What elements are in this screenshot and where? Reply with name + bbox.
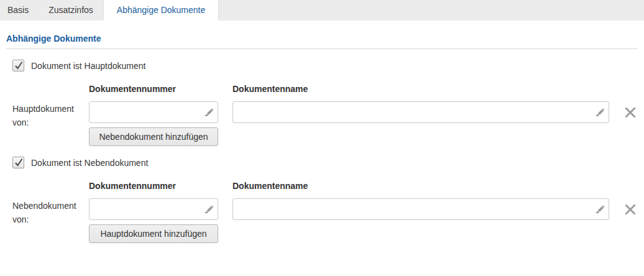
checkmark-icon: [14, 61, 24, 71]
x-remove-icon: [624, 106, 637, 119]
column-header-dokumentenname: Dokumentenname: [232, 84, 609, 101]
tab-abhaengige-dokumente[interactable]: Abhängige Dokumente: [103, 0, 219, 21]
dokumentennummer-field-wrap: [89, 198, 218, 220]
row-label-nebendokument-von: Nebendokument von:: [12, 198, 89, 243]
tab-content: Abhängige Dokumente Dokument ist Hauptdo…: [0, 21, 644, 243]
hauptdokument-checkbox[interactable]: [12, 60, 24, 71]
nebendokument-checkbox[interactable]: [12, 157, 24, 168]
checkbox-label: Dokument ist Nebendokument: [31, 158, 148, 168]
nebendokument-form-grid: Dokumentennummer Dokumentenname Nebendok…: [12, 181, 638, 243]
tab-zusatzinfos[interactable]: Zusatzinfos: [39, 0, 103, 21]
checkbox-label: Dokument ist Hauptdokument: [31, 61, 145, 71]
dependent-documents-panel: Basis Zusatzinfos Abhängige Dokumente Ab…: [0, 0, 644, 243]
dokumentenname-input[interactable]: [232, 198, 609, 220]
dokumentennummer-field-wrap: [89, 101, 218, 123]
tab-bar: Basis Zusatzinfos Abhängige Dokumente: [0, 0, 644, 21]
page-title: Abhängige Dokumente: [6, 33, 638, 49]
column-header-dokumentennummer: Dokumentennummer: [89, 84, 218, 101]
dokumentenname-field-wrap: [232, 198, 609, 220]
add-nebendokument-button[interactable]: Nebendokument hinzufügen: [89, 127, 218, 146]
hauptdokument-form-grid: Dokumentennummer Dokumentenname Hauptdok…: [12, 84, 638, 146]
edit-pencil-icon: [596, 108, 605, 117]
checkmark-icon: [14, 158, 24, 168]
column-header-dokumentenname: Dokumentenname: [232, 181, 609, 198]
nebendokument-checkbox-row: Dokument ist Nebendokument: [12, 157, 638, 168]
add-hauptdokument-button[interactable]: Hauptdokument hinzufügen: [89, 224, 218, 243]
remove-row-button[interactable]: [624, 198, 637, 220]
edit-pencil-icon: [596, 205, 605, 214]
hauptdokument-checkbox-row: Dokument ist Hauptdokument: [12, 60, 638, 71]
row-label-hauptdokument-von: Hauptdokument von:: [12, 101, 89, 146]
column-header-dokumentennummer: Dokumentennummer: [89, 181, 218, 198]
dokumentenname-field-wrap: [232, 101, 609, 123]
edit-pencil-icon: [205, 205, 214, 214]
edit-pencil-icon: [205, 108, 214, 117]
hauptdokument-section: Dokument ist Hauptdokument Dokumentennum…: [12, 60, 638, 146]
x-remove-icon: [624, 203, 637, 216]
dokumentennummer-input[interactable]: [89, 198, 218, 220]
nebendokument-section: Dokument ist Nebendokument Dokumentennum…: [12, 157, 638, 243]
tab-basis[interactable]: Basis: [0, 0, 39, 21]
remove-row-button[interactable]: [624, 101, 637, 123]
dokumentenname-input[interactable]: [232, 101, 609, 123]
dokumentennummer-input[interactable]: [89, 101, 218, 123]
